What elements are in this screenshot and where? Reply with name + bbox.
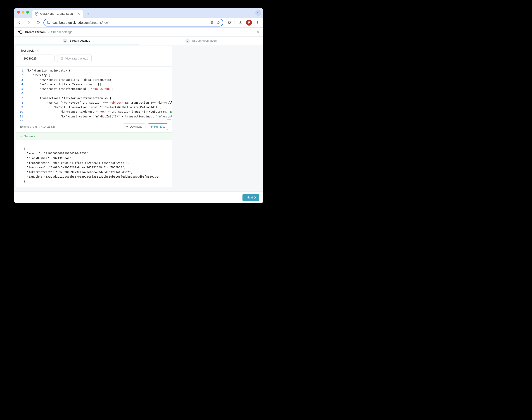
content-area: Test block i View raw payload 1234 (14, 45, 263, 192)
step-stream-destination[interactable]: 2 Stream destination (139, 37, 263, 45)
window-controls (17, 8, 32, 18)
back-button[interactable] (16, 19, 23, 26)
next-button[interactable]: Next (243, 194, 259, 201)
browser-tab[interactable]: QuickNode - Create Stream ✕ (32, 10, 83, 18)
breadcrumb-root[interactable]: Create Stream (25, 30, 46, 34)
step-label: Stream settings (70, 39, 90, 42)
chevron-right-icon (254, 196, 256, 199)
svg-point-12 (19, 30, 22, 33)
close-window-icon[interactable] (17, 11, 20, 14)
tab-title: QuickNode - Create Stream (40, 12, 75, 15)
collapse-icon[interactable] (167, 119, 171, 120)
stepper: 1 Stream settings 2 Stream destination (14, 37, 263, 45)
svg-point-10 (258, 22, 258, 23)
step-stream-settings[interactable]: 1 Stream settings (14, 37, 139, 45)
status-text: Success (24, 135, 35, 138)
chevron-right-icon: › (48, 30, 49, 34)
forward-button[interactable] (25, 19, 32, 26)
download-icon (126, 126, 129, 128)
breadcrumb-current: Stream settings (51, 30, 72, 34)
info-icon[interactable]: i (36, 49, 39, 52)
new-tab-button[interactable]: + (85, 11, 91, 17)
play-icon (151, 126, 153, 128)
menu-icon[interactable] (254, 19, 261, 26)
downloads-icon[interactable] (237, 19, 244, 26)
filter-code-card: Test block i View raw payload 1234 (16, 45, 172, 187)
download-button[interactable]: Download (123, 123, 146, 130)
browser-window: QuickNode - Create Stream ✕ + dashboard.… (14, 8, 263, 203)
eye-icon (60, 56, 64, 60)
bookmark-icon[interactable] (216, 21, 220, 24)
step-label: Stream destination (192, 39, 216, 42)
test-block-label: Test block (21, 49, 34, 52)
page-footer: Next (14, 192, 263, 203)
tab-strip: QuickNode - Create Stream ✕ + (14, 8, 263, 18)
code-editor[interactable]: 1234567891011121314 "kw">function main(d… (16, 67, 172, 121)
stream-icon (18, 30, 23, 34)
minimize-window-icon[interactable] (22, 11, 24, 14)
reload-button[interactable] (34, 19, 41, 26)
svg-point-9 (258, 21, 258, 22)
svg-point-0 (47, 21, 48, 22)
close-panel-icon[interactable]: ✕ (256, 30, 259, 34)
svg-point-11 (258, 23, 258, 24)
test-block-input[interactable] (21, 55, 55, 62)
browser-toolbar: dashboard.quicknode.com/streams/new F (14, 18, 263, 28)
status-banner: ✓ Success (16, 132, 172, 140)
site-info-icon[interactable] (47, 21, 50, 24)
tab-search-button[interactable] (255, 10, 261, 16)
maximize-window-icon[interactable] (26, 11, 29, 14)
url-text: dashboard.quicknode.com/streams/new (53, 21, 208, 24)
svg-line-7 (213, 23, 214, 24)
svg-point-3 (49, 23, 50, 24)
page-content: Create Stream › Stream settings ✕ 1 Stre… (14, 28, 263, 203)
line-gutter: 1234567891011121314 (16, 67, 25, 121)
favicon-icon (35, 12, 38, 15)
code-content[interactable]: "kw">function main(data) { "kw">try { "k… (25, 67, 172, 121)
close-tab-icon[interactable]: ✕ (77, 12, 81, 15)
run-test-button[interactable]: Run test (148, 123, 168, 130)
example-return-text: Example return: ~ 14.26 KB (20, 125, 55, 128)
profile-avatar[interactable]: F (246, 20, 252, 26)
view-raw-payload-button[interactable]: View raw payload (57, 55, 92, 62)
breadcrumb: Create Stream › Stream settings ✕ (14, 28, 263, 37)
address-bar[interactable]: dashboard.quicknode.com/streams/new (43, 19, 223, 27)
check-icon: ✓ (20, 135, 23, 138)
zoom-icon[interactable] (210, 21, 214, 24)
result-output[interactable]: [ { "amount": "21000000001197045764163​7… (16, 140, 172, 187)
extensions-icon[interactable] (226, 19, 232, 26)
